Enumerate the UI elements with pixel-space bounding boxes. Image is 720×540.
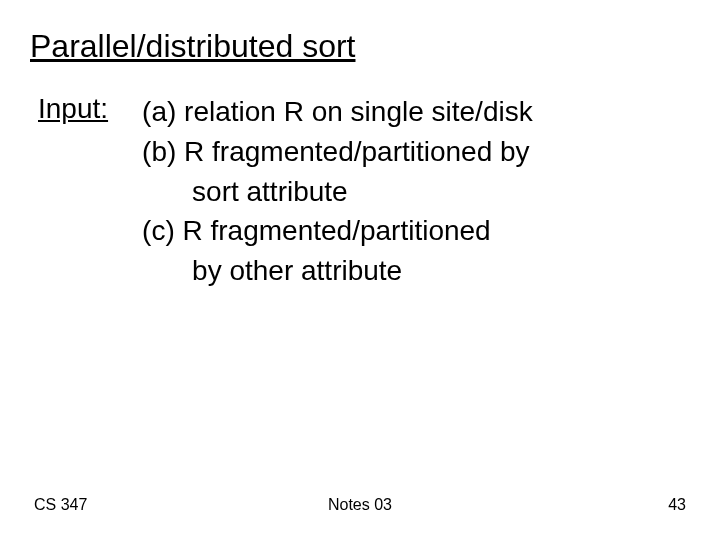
- content-row: Input: (a) relation R on single site/dis…: [38, 93, 690, 292]
- item-c-line2: by other attribute: [142, 252, 533, 290]
- item-b-line2: sort attribute: [142, 173, 533, 211]
- item-b-line1: (b) R fragmented/partitioned by: [142, 133, 533, 171]
- input-items: (a) relation R on single site/disk (b) R…: [142, 93, 533, 292]
- item-c-line1: (c) R fragmented/partitioned: [142, 212, 533, 250]
- footer-center: Notes 03: [251, 496, 468, 514]
- item-a: (a) relation R on single site/disk: [142, 93, 533, 131]
- slide: Parallel/distributed sort Input: (a) rel…: [0, 0, 720, 540]
- input-label: Input:: [38, 93, 108, 292]
- footer-right: 43: [469, 496, 686, 514]
- footer-left: CS 347: [34, 496, 251, 514]
- footer: CS 347 Notes 03 43: [0, 496, 720, 514]
- slide-title: Parallel/distributed sort: [30, 28, 690, 65]
